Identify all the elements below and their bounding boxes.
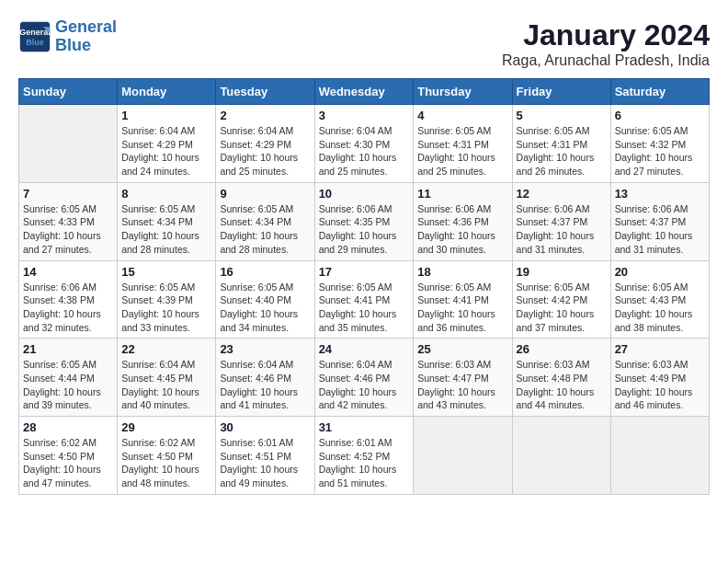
calendar-cell: 9Sunrise: 6:05 AMSunset: 4:34 PMDaylight…	[216, 182, 314, 260]
column-header-friday: Friday	[512, 79, 610, 105]
calendar-cell: 5Sunrise: 6:05 AMSunset: 4:31 PMDaylight…	[512, 105, 610, 183]
day-info: Sunrise: 6:06 AMSunset: 4:36 PMDaylight:…	[417, 202, 507, 257]
calendar-cell: 8Sunrise: 6:05 AMSunset: 4:34 PMDaylight…	[118, 182, 216, 260]
day-number: 10	[319, 187, 410, 201]
day-number: 13	[615, 187, 705, 201]
calendar-cell: 4Sunrise: 6:05 AMSunset: 4:31 PMDaylight…	[414, 105, 512, 183]
calendar-cell: 10Sunrise: 6:06 AMSunset: 4:35 PMDayligh…	[314, 182, 414, 260]
calendar-cell: 16Sunrise: 6:05 AMSunset: 4:40 PMDayligh…	[216, 260, 314, 339]
calendar-cell: 31Sunrise: 6:01 AMSunset: 4:52 PMDayligh…	[314, 417, 414, 495]
calendar-cell: 12Sunrise: 6:06 AMSunset: 4:37 PMDayligh…	[512, 182, 610, 260]
page-header: General Blue General Blue January 2024 R…	[18, 18, 710, 69]
calendar-cell: 1Sunrise: 6:04 AMSunset: 4:29 PMDaylight…	[118, 105, 216, 183]
day-info: Sunrise: 6:05 AMSunset: 4:41 PMDaylight:…	[417, 281, 507, 335]
day-info: Sunrise: 6:05 AMSunset: 4:31 PMDaylight:…	[417, 124, 507, 178]
svg-text:Blue: Blue	[26, 38, 44, 47]
calendar-cell: 2Sunrise: 6:04 AMSunset: 4:29 PMDaylight…	[216, 105, 314, 183]
day-number: 29	[121, 420, 211, 434]
day-number: 23	[220, 342, 310, 356]
day-info: Sunrise: 6:05 AMSunset: 4:43 PMDaylight:…	[615, 281, 705, 335]
calendar-cell: 21Sunrise: 6:05 AMSunset: 4:44 PMDayligh…	[19, 339, 118, 417]
day-number: 17	[319, 265, 410, 279]
day-info: Sunrise: 6:05 AMSunset: 4:34 PMDaylight:…	[220, 202, 310, 257]
calendar-cell: 7Sunrise: 6:05 AMSunset: 4:33 PMDaylight…	[19, 182, 118, 260]
day-info: Sunrise: 6:04 AMSunset: 4:46 PMDaylight:…	[319, 358, 410, 412]
day-info: Sunrise: 6:06 AMSunset: 4:35 PMDaylight:…	[319, 202, 410, 257]
day-number: 28	[23, 420, 113, 434]
calendar-week-2: 7Sunrise: 6:05 AMSunset: 4:33 PMDaylight…	[19, 182, 710, 260]
day-info: Sunrise: 6:06 AMSunset: 4:37 PMDaylight:…	[517, 202, 607, 257]
calendar-week-5: 28Sunrise: 6:02 AMSunset: 4:50 PMDayligh…	[19, 417, 710, 495]
day-number: 18	[417, 265, 507, 279]
day-number: 6	[615, 109, 705, 122]
logo-text: General Blue	[55, 18, 117, 55]
day-info: Sunrise: 6:04 AMSunset: 4:29 PMDaylight:…	[121, 124, 211, 178]
calendar-cell: 15Sunrise: 6:05 AMSunset: 4:39 PMDayligh…	[118, 260, 216, 339]
calendar-cell	[512, 417, 610, 495]
calendar-header-row: SundayMondayTuesdayWednesdayThursdayFrid…	[19, 79, 710, 105]
day-number: 26	[517, 342, 607, 356]
day-info: Sunrise: 6:06 AMSunset: 4:38 PMDaylight:…	[23, 281, 113, 335]
day-info: Sunrise: 6:05 AMSunset: 4:41 PMDaylight:…	[319, 281, 410, 335]
calendar-cell: 28Sunrise: 6:02 AMSunset: 4:50 PMDayligh…	[19, 417, 118, 495]
day-info: Sunrise: 6:05 AMSunset: 4:31 PMDaylight:…	[517, 124, 607, 178]
calendar-week-1: 1Sunrise: 6:04 AMSunset: 4:29 PMDaylight…	[19, 105, 710, 183]
day-number: 9	[220, 187, 310, 201]
day-info: Sunrise: 6:04 AMSunset: 4:29 PMDaylight:…	[220, 124, 310, 178]
day-number: 27	[615, 342, 705, 356]
day-info: Sunrise: 6:03 AMSunset: 4:48 PMDaylight:…	[517, 358, 607, 412]
column-header-monday: Monday	[118, 79, 216, 105]
calendar-cell: 6Sunrise: 6:05 AMSunset: 4:32 PMDaylight…	[610, 105, 709, 183]
day-number: 12	[517, 187, 607, 201]
page-subtitle: Raga, Arunachal Pradesh, India	[502, 52, 710, 69]
logo: General Blue General Blue	[18, 18, 117, 55]
calendar-cell	[19, 105, 118, 183]
calendar-cell: 26Sunrise: 6:03 AMSunset: 4:48 PMDayligh…	[512, 339, 610, 417]
calendar-cell: 13Sunrise: 6:06 AMSunset: 4:37 PMDayligh…	[610, 182, 709, 260]
column-header-sunday: Sunday	[19, 79, 118, 105]
page-title: January 2024	[502, 18, 710, 52]
day-number: 15	[121, 265, 211, 279]
day-number: 31	[319, 420, 410, 434]
calendar-cell: 17Sunrise: 6:05 AMSunset: 4:41 PMDayligh…	[314, 260, 414, 339]
calendar-week-3: 14Sunrise: 6:06 AMSunset: 4:38 PMDayligh…	[19, 260, 710, 339]
day-number: 4	[417, 109, 507, 122]
calendar-cell: 23Sunrise: 6:04 AMSunset: 4:46 PMDayligh…	[216, 339, 314, 417]
calendar-cell: 19Sunrise: 6:05 AMSunset: 4:42 PMDayligh…	[512, 260, 610, 339]
calendar-cell: 11Sunrise: 6:06 AMSunset: 4:36 PMDayligh…	[414, 182, 512, 260]
calendar-table: SundayMondayTuesdayWednesdayThursdayFrid…	[18, 78, 710, 495]
calendar-cell: 3Sunrise: 6:04 AMSunset: 4:30 PMDaylight…	[314, 105, 414, 183]
calendar-cell: 18Sunrise: 6:05 AMSunset: 4:41 PMDayligh…	[414, 260, 512, 339]
day-info: Sunrise: 6:05 AMSunset: 4:42 PMDaylight:…	[517, 281, 607, 335]
day-info: Sunrise: 6:05 AMSunset: 4:34 PMDaylight:…	[121, 202, 211, 257]
day-number: 5	[517, 109, 607, 122]
day-number: 3	[319, 109, 410, 122]
day-number: 8	[121, 187, 211, 201]
day-info: Sunrise: 6:04 AMSunset: 4:46 PMDaylight:…	[220, 358, 310, 412]
day-info: Sunrise: 6:03 AMSunset: 4:47 PMDaylight:…	[417, 358, 507, 412]
day-number: 21	[23, 342, 113, 356]
day-number: 1	[121, 109, 211, 122]
day-info: Sunrise: 6:04 AMSunset: 4:30 PMDaylight:…	[319, 124, 410, 178]
day-info: Sunrise: 6:05 AMSunset: 4:33 PMDaylight:…	[23, 202, 113, 257]
day-number: 14	[23, 265, 113, 279]
column-header-tuesday: Tuesday	[216, 79, 314, 105]
day-number: 20	[615, 265, 705, 279]
day-info: Sunrise: 6:05 AMSunset: 4:39 PMDaylight:…	[121, 281, 211, 335]
calendar-cell	[610, 417, 709, 495]
day-number: 22	[121, 342, 211, 356]
calendar-week-4: 21Sunrise: 6:05 AMSunset: 4:44 PMDayligh…	[19, 339, 710, 417]
calendar-cell: 29Sunrise: 6:02 AMSunset: 4:50 PMDayligh…	[118, 417, 216, 495]
calendar-cell: 24Sunrise: 6:04 AMSunset: 4:46 PMDayligh…	[314, 339, 414, 417]
day-number: 7	[23, 187, 113, 201]
day-info: Sunrise: 6:03 AMSunset: 4:49 PMDaylight:…	[615, 358, 705, 412]
calendar-cell: 27Sunrise: 6:03 AMSunset: 4:49 PMDayligh…	[610, 339, 709, 417]
day-number: 24	[319, 342, 410, 356]
calendar-cell: 20Sunrise: 6:05 AMSunset: 4:43 PMDayligh…	[610, 260, 709, 339]
calendar-cell: 22Sunrise: 6:04 AMSunset: 4:45 PMDayligh…	[118, 339, 216, 417]
day-info: Sunrise: 6:05 AMSunset: 4:32 PMDaylight:…	[615, 124, 705, 178]
calendar-cell	[414, 417, 512, 495]
day-info: Sunrise: 6:01 AMSunset: 4:52 PMDaylight:…	[319, 436, 410, 490]
day-info: Sunrise: 6:02 AMSunset: 4:50 PMDaylight:…	[23, 436, 113, 490]
day-info: Sunrise: 6:01 AMSunset: 4:51 PMDaylight:…	[220, 436, 310, 490]
